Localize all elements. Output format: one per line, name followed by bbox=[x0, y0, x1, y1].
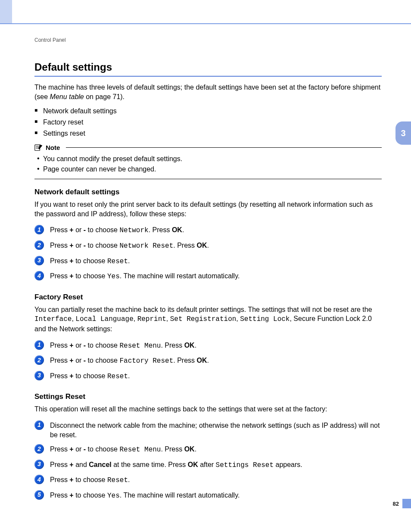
factory-steps: Press + or - to choose Reset Menu. Press… bbox=[34, 338, 382, 384]
step-item: Press + or - to choose Network. Press OK… bbox=[34, 223, 382, 238]
intro-paragraph: The machine has three levels of default … bbox=[34, 83, 382, 101]
subheading-settings: Settings Reset bbox=[34, 392, 382, 401]
step-item: Press + or - to choose Factory Reset. Pr… bbox=[34, 353, 382, 369]
page-number-accent bbox=[402, 499, 411, 508]
settings-steps: Disconnect the network cable from the ma… bbox=[34, 418, 382, 504]
step-item: Press + to choose Reset. bbox=[34, 473, 382, 488]
bullet-list: Network default settings Factory reset S… bbox=[34, 106, 382, 139]
step-item: Press + to choose Yes. The machine will … bbox=[34, 269, 382, 284]
note-label: Note bbox=[46, 144, 60, 151]
page-content: Control Panel Default settings The machi… bbox=[0, 0, 411, 520]
step-item: Disconnect the network cable from the ma… bbox=[34, 418, 382, 442]
step-item: Press + or - to choose Network Reset. Pr… bbox=[34, 238, 382, 254]
list-item: Network default settings bbox=[34, 106, 382, 117]
page-title: Default settings bbox=[34, 38, 382, 73]
settings-intro: This operation will reset all the machin… bbox=[34, 404, 382, 414]
step-item: Press + and Cancel at the same time. Pre… bbox=[34, 457, 382, 473]
note-block: Note You cannot modify the preset defaul… bbox=[34, 143, 382, 179]
note-end-rule bbox=[34, 179, 382, 179]
page-number: 82 bbox=[393, 501, 402, 507]
network-steps: Press + or - to choose Network. Press OK… bbox=[34, 223, 382, 284]
step-item: Press + to choose Yes. The machine will … bbox=[34, 488, 382, 504]
step-item: Press + or - to choose Reset Menu. Press… bbox=[34, 338, 382, 354]
list-item: Factory reset bbox=[34, 117, 382, 128]
breadcrumb: Control Panel bbox=[34, 37, 66, 43]
note-icon bbox=[34, 143, 43, 151]
list-item: Settings reset bbox=[34, 128, 382, 139]
title-underline bbox=[34, 76, 382, 77]
note-item: Page counter can never be changed. bbox=[37, 164, 382, 174]
subheading-factory: Factory Reset bbox=[34, 293, 382, 302]
note-item: You cannot modify the preset default set… bbox=[37, 154, 382, 164]
step-item: Press + or - to choose Reset Menu. Press… bbox=[34, 442, 382, 457]
subheading-network: Network default settings bbox=[34, 188, 382, 196]
step-item: Press + to choose Reset. bbox=[34, 369, 382, 384]
network-intro: If you want to reset only the print serv… bbox=[34, 200, 382, 218]
factory-intro: You can partially reset the machine back… bbox=[34, 305, 382, 334]
menu-table-link[interactable]: Menu table bbox=[50, 93, 84, 100]
page-number-wrap: 82 bbox=[393, 499, 411, 508]
step-item: Press + to choose Reset. bbox=[34, 254, 382, 269]
note-rule bbox=[66, 147, 382, 148]
